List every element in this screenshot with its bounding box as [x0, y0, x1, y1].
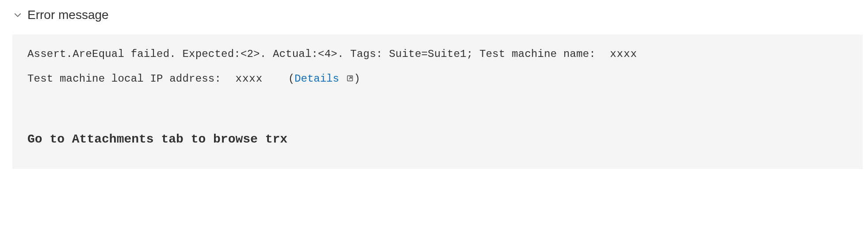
error-text-2: Test machine local IP address: [27, 73, 221, 85]
section-title: Error message [27, 8, 109, 22]
error-text-1: Assert.AreEqual failed. Expected:<2>. Ac… [27, 48, 596, 60]
error-line-1: Assert.AreEqual failed. Expected:<2>. Ac… [27, 47, 848, 62]
machine-name-redacted: xxxx [610, 47, 637, 62]
ip-redacted: xxxx [235, 71, 263, 86]
error-message-panel: Assert.AreEqual failed. Expected:<2>. Ac… [12, 34, 863, 169]
external-link-icon [346, 72, 354, 87]
paren-open: ( [288, 73, 294, 85]
chevron-down-icon [13, 11, 22, 19]
error-line-2: Test machine local IP address: xxxx (Det… [27, 71, 848, 87]
details-link[interactable]: Details [294, 73, 339, 85]
paren-close: ) [354, 73, 360, 85]
attachments-hint: Go to Attachments tab to browse trx [27, 131, 848, 148]
error-message-header[interactable]: Error message [0, 0, 868, 34]
